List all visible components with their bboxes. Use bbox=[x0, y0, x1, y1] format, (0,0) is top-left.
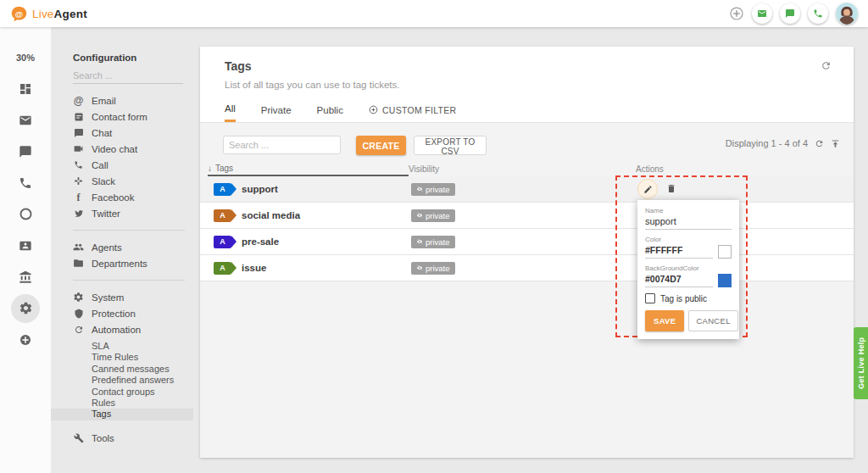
facebook-icon: f bbox=[73, 192, 84, 203]
name-input[interactable]: support bbox=[645, 216, 732, 230]
table-row: A support private bbox=[200, 176, 854, 203]
sidebar-subitem-canned-messages[interactable]: Canned messages bbox=[51, 364, 193, 375]
sidebar-item-label: Call bbox=[92, 160, 108, 170]
tag-is-public-label: Tag is public bbox=[660, 294, 707, 303]
rail-item-configuration[interactable] bbox=[0, 292, 51, 324]
new-chat-button[interactable] bbox=[780, 3, 800, 24]
rail-item-gamification[interactable] bbox=[0, 198, 51, 230]
liveagent-logo[interactable]: @ LiveAgent bbox=[10, 5, 87, 23]
refresh-list-button[interactable] bbox=[815, 139, 824, 148]
panel-header: Tags List of all tags you can use to tag… bbox=[200, 47, 854, 123]
private-icon bbox=[416, 264, 423, 271]
displaying-count: Displaying 1 - 4 of 4 bbox=[726, 138, 808, 148]
refresh-button[interactable] bbox=[821, 60, 832, 71]
twitter-icon bbox=[73, 209, 84, 219]
sidebar-item-label: Contact form bbox=[92, 112, 147, 122]
badge-plus-icon bbox=[19, 333, 32, 347]
bank-icon bbox=[19, 270, 32, 284]
sidebar-item-facebook[interactable]: f Facebook bbox=[51, 189, 193, 205]
trash-icon bbox=[666, 183, 676, 194]
visibility-badge: private bbox=[411, 183, 455, 196]
sidebar-subitem-sla[interactable]: SLA bbox=[51, 341, 193, 352]
tag-is-public-checkbox[interactable] bbox=[645, 293, 655, 303]
add-circle-icon[interactable] bbox=[729, 6, 744, 21]
chat-icon bbox=[785, 8, 795, 19]
tab-private[interactable]: Private bbox=[261, 103, 292, 122]
tag-name: issue bbox=[242, 263, 266, 273]
sidebar-subitem-rules[interactable]: Rules bbox=[51, 398, 193, 409]
tag-name: support bbox=[242, 184, 278, 194]
tab-custom-filter[interactable]: CUSTOM FILTER bbox=[369, 103, 457, 122]
rail-item-dashboard[interactable] bbox=[0, 73, 51, 104]
rail-item-call[interactable] bbox=[0, 167, 51, 198]
rail-item-chat[interactable] bbox=[0, 136, 51, 167]
rail-item-tickets[interactable] bbox=[0, 104, 51, 136]
rail-item-addons[interactable] bbox=[0, 324, 51, 355]
background-color-swatch[interactable] bbox=[718, 274, 732, 287]
cancel-button[interactable]: CANCEL bbox=[688, 310, 737, 331]
export-csv-button[interactable]: EXPORT TO CSV bbox=[414, 136, 487, 155]
get-live-help-ribbon[interactable]: Get Live Help bbox=[854, 327, 868, 399]
sidebar-item-departments[interactable]: Departments bbox=[51, 255, 193, 271]
sidebar-title: Configuration bbox=[73, 53, 193, 63]
tag-chip: A bbox=[214, 183, 231, 196]
delete-tag-button[interactable] bbox=[666, 183, 676, 194]
sidebar-item-label: Automation bbox=[92, 325, 141, 335]
edit-tag-button[interactable] bbox=[637, 179, 658, 199]
background-color-label: BackGroundColor bbox=[645, 264, 732, 272]
group-icon bbox=[73, 242, 84, 253]
sidebar-subitem-contact-groups[interactable]: Contact groups bbox=[51, 387, 193, 398]
wrench-icon bbox=[73, 433, 84, 443]
sidebar-item-chat[interactable]: Chat bbox=[51, 125, 193, 141]
sidebar-item-protection[interactable]: Protection bbox=[51, 305, 193, 321]
sidebar-item-tools[interactable]: Tools bbox=[51, 431, 193, 447]
sidebar-item-call[interactable]: Call bbox=[51, 157, 193, 173]
sidebar-item-label: Tools bbox=[92, 433, 114, 443]
rail-item-customers[interactable] bbox=[0, 230, 51, 261]
save-button[interactable]: SAVE bbox=[645, 310, 684, 331]
sidebar-item-contact-form[interactable]: Contact form bbox=[51, 109, 193, 125]
tag-chip: A bbox=[214, 209, 231, 222]
tag-name: pre-sale bbox=[242, 236, 279, 247]
new-email-button[interactable] bbox=[752, 3, 772, 24]
background-color-input[interactable]: #0074D7 bbox=[645, 274, 713, 287]
sidebar-search-input[interactable] bbox=[73, 68, 183, 84]
tags-search-input[interactable] bbox=[223, 136, 341, 154]
divider bbox=[73, 230, 185, 231]
tabs: All Private Public CUSTOM FILTER bbox=[200, 103, 854, 123]
form-icon bbox=[73, 112, 84, 122]
sidebar-item-agents[interactable]: Agents bbox=[51, 239, 193, 255]
tab-all[interactable]: All bbox=[225, 103, 236, 122]
sidebar-subitem-predefined-answers[interactable]: Predefined answers bbox=[51, 375, 193, 386]
column-header-visibility: Visibility bbox=[409, 162, 636, 176]
tag-chip: A bbox=[214, 236, 231, 248]
sidebar-subitem-time-rules[interactable]: Time Rules bbox=[51, 352, 193, 363]
top-bar: @ LiveAgent bbox=[0, 0, 868, 27]
table-row: A pre-sale private bbox=[200, 229, 854, 255]
create-button[interactable]: CREATE bbox=[356, 136, 406, 155]
new-call-button[interactable] bbox=[808, 3, 828, 24]
sidebar-item-label: Departments bbox=[92, 259, 147, 269]
sidebar-item-automation[interactable]: Automation bbox=[51, 321, 193, 337]
divider bbox=[73, 280, 185, 281]
user-avatar[interactable] bbox=[836, 3, 858, 25]
sidebar-item-system[interactable]: System bbox=[51, 289, 193, 305]
sidebar-item-video-chat[interactable]: Video chat bbox=[51, 141, 193, 157]
color-input[interactable]: #FFFFFF bbox=[645, 245, 713, 259]
tab-public[interactable]: Public bbox=[317, 103, 343, 122]
tags-table: A support private A social media bbox=[200, 176, 854, 281]
visibility-badge: private bbox=[411, 236, 455, 248]
logo-bubble-icon: @ bbox=[10, 5, 28, 23]
column-header-tags[interactable]: ↓ Tags bbox=[208, 162, 409, 176]
rail-item-academy[interactable] bbox=[0, 261, 51, 292]
sidebar-item-twitter[interactable]: Twitter bbox=[51, 205, 193, 221]
color-swatch[interactable] bbox=[718, 245, 732, 259]
sidebar-item-email[interactable]: @ Email bbox=[51, 92, 193, 109]
scroll-top-button[interactable] bbox=[831, 139, 840, 148]
tags-panel: Tags List of all tags you can use to tag… bbox=[200, 47, 854, 458]
sidebar-item-slack[interactable]: Slack bbox=[51, 173, 193, 189]
gear-icon bbox=[19, 301, 33, 315]
contact-card-icon bbox=[19, 239, 32, 253]
sidebar-subitem-tags[interactable]: Tags bbox=[51, 409, 193, 420]
at-icon: @ bbox=[73, 96, 84, 106]
